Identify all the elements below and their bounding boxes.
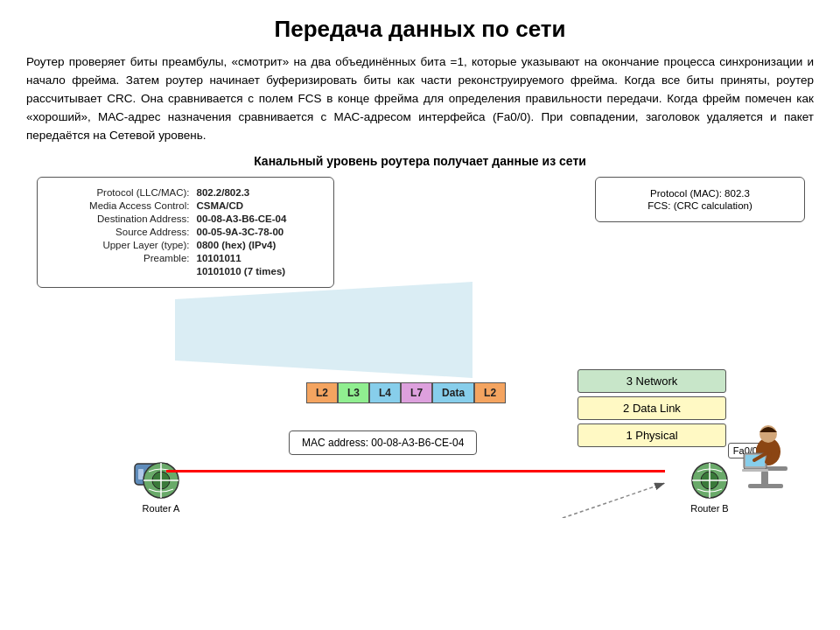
protocol-box: Protocol (MAC): 802.3 FCS: (CRC calculat…	[595, 177, 805, 222]
packet-l4: L4	[369, 382, 401, 403]
mac-access-label: Media Access Control:	[50, 200, 194, 213]
subtitle: Канальный уровень роутера получает данны…	[26, 154, 814, 168]
router-b-label: Router B	[690, 503, 728, 514]
router-b: Router B	[689, 459, 731, 514]
dest-label: Destination Address:	[50, 213, 194, 226]
osi-datalink-layer: 2 Data Link	[578, 396, 726, 420]
intro-text: Роутер проверяет биты преамбулы, «смотри…	[26, 53, 814, 145]
src-value: 00-05-9A-3C-78-00	[194, 226, 321, 239]
upper-label: Upper Layer (type):	[50, 239, 194, 252]
osi-stack: 3 Network 2 Data Link 1 Physical	[578, 369, 726, 447]
protocol-label: Protocol (LLC/MAC):	[50, 186, 194, 200]
router-a: Router A	[140, 459, 182, 514]
beam-graphic	[175, 273, 569, 387]
protocol-box-line1: Protocol (MAC): 802.3	[608, 188, 792, 199]
svg-rect-16	[748, 484, 783, 488]
packet-l3: L3	[338, 382, 369, 403]
mac-address-label: MAC address: 00-08-A3-B6-CE-04	[302, 437, 464, 449]
osi-physical-layer: 1 Physical	[578, 424, 726, 447]
page-title: Передача данных по сети	[26, 16, 814, 43]
router-a-label: Router A	[143, 503, 180, 514]
preamble-value1: 10101011	[194, 252, 321, 265]
protocol-box-line2: FCS: (CRC calculation)	[608, 200, 792, 211]
svg-marker-0	[175, 282, 472, 378]
packet-l7: L7	[401, 382, 432, 403]
svg-rect-21	[742, 469, 768, 472]
person-icon	[735, 410, 796, 492]
osi-network-layer: 3 Network	[578, 369, 726, 393]
dest-value: 00-08-A3-B6-CE-04	[194, 213, 321, 226]
packet-data: Data	[432, 382, 474, 403]
packet-l2-start: L2	[306, 382, 338, 403]
page: Передача данных по сети Роутер проверяет…	[0, 0, 840, 630]
svg-line-25	[499, 483, 665, 518]
diagram-area: Protocol (LLC/MAC): 802.2/802.3 Media Ac…	[26, 177, 814, 518]
upper-value: 0800 (hex) (IPv4)	[194, 239, 321, 252]
frame-info-box: Protocol (LLC/MAC): 802.2/802.3 Media Ac…	[37, 177, 334, 288]
mac-address-box: MAC address: 00-08-A3-B6-CE-04	[289, 430, 477, 455]
packet-l2-end: L2	[474, 382, 506, 403]
packet-bar: L2 L3 L4 L7 Data L2	[306, 382, 506, 403]
network-cable	[166, 470, 665, 472]
protocol-value: 802.2/802.3	[194, 186, 321, 200]
preamble-label: Preamble:	[50, 252, 194, 265]
mac-access-value: CSMA/CD	[194, 200, 321, 213]
src-label: Source Address:	[50, 226, 194, 239]
